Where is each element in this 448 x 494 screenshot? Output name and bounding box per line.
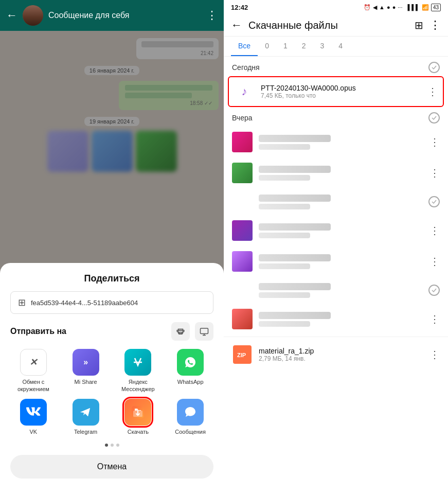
download-label: Скачать <box>128 429 149 435</box>
audio-icon: ♪ <box>234 81 255 102</box>
thumbnail-4 <box>232 251 253 272</box>
app-download[interactable]: Скачать <box>115 399 162 435</box>
svg-text:ZIP: ZIP <box>237 352 246 358</box>
file-blurred-2[interactable]: ⋮ <box>224 157 448 188</box>
status-icons: ⏰ ◀ ▲ ● ● ··· ▌▌▌ 📶 43 <box>364 4 441 11</box>
send-to-icons <box>171 322 213 341</box>
tab-2[interactable]: 2 <box>295 37 313 56</box>
select-today[interactable] <box>428 62 440 73</box>
app-telegram[interactable]: Telegram <box>63 399 109 435</box>
blurred-meta-5 <box>259 321 310 327</box>
right-header: ← Скачанные файлы ⊞ ⋮ <box>224 14 448 37</box>
tab-4[interactable]: 4 <box>331 37 350 56</box>
files-list: Сегодня ♪ PTT-20240130-WA0000.opus 7,45 … <box>224 57 448 494</box>
tab-3[interactable]: 3 <box>313 37 332 56</box>
blurred-meta-3 <box>259 233 310 238</box>
select-check-2[interactable] <box>428 285 440 296</box>
zip-icon: ZIP <box>233 345 252 364</box>
file-blurred-1[interactable]: ⋮ <box>224 127 448 157</box>
file-zip[interactable]: ZIP material_ra_1.zip 2,79 МБ, 14 янв. ⋮ <box>224 339 448 370</box>
share-title: Поделиться <box>10 273 213 284</box>
tab-0[interactable]: 0 <box>258 37 276 56</box>
file-more-3[interactable]: ⋮ <box>429 224 440 237</box>
dot-2 <box>111 444 114 447</box>
tab-all[interactable]: Все <box>231 37 258 56</box>
file-info-4 <box>259 254 423 269</box>
alarm-icon: ⏰ <box>364 4 371 11</box>
send-to-row: Отправить на <box>10 322 213 341</box>
thumbnail-2 <box>232 163 253 183</box>
status-bar: 12:42 ⏰ ◀ ▲ ● ● ··· ▌▌▌ 📶 43 <box>224 0 448 14</box>
file-info-3 <box>259 223 423 238</box>
blurred-name-c1 <box>259 195 331 202</box>
left-panel: ← Сообщение для себя ⋮ 21:42 16 января 2… <box>0 0 224 494</box>
file-more-2[interactable]: ⋮ <box>429 167 440 179</box>
file-name-ptt: PTT-20240130-WA0000.opus <box>261 84 421 92</box>
file-info-5 <box>259 312 423 327</box>
file-blurred-4[interactable]: ⋮ <box>224 246 448 277</box>
app-yandex[interactable]: ЯндексМессенджер <box>115 349 162 392</box>
divider <box>224 337 448 337</box>
file-meta-ptt: 7,45 КБ, только что <box>261 92 421 99</box>
app-mi-share[interactable]: » Mi Share <box>63 349 109 392</box>
file-more-5[interactable]: ⋮ <box>429 313 440 325</box>
more-options-button[interactable]: ⋮ <box>429 19 441 32</box>
svg-rect-2 <box>201 328 208 334</box>
grid-view-button[interactable]: ⊞ <box>415 19 423 31</box>
tab-1[interactable]: 1 <box>276 37 295 56</box>
back-button[interactable]: ← <box>231 19 242 32</box>
telegram-icon <box>73 399 99 426</box>
yandex-icon <box>124 349 151 376</box>
app-whatsapp[interactable]: WhatsApp <box>167 349 213 392</box>
print-button[interactable] <box>171 322 190 341</box>
app-vk[interactable]: VK <box>10 399 57 435</box>
blurred-check-row-1 <box>224 188 448 215</box>
file-more-4[interactable]: ⋮ <box>429 255 440 268</box>
wifi-icon: 📶 <box>422 4 429 11</box>
today-section-header: Сегодня <box>224 57 448 76</box>
tabs-row: Все 0 1 2 3 4 <box>224 37 448 57</box>
back-button[interactable]: ← <box>6 9 17 22</box>
cancel-button[interactable]: Отмена <box>10 455 213 479</box>
file-more-1[interactable]: ⋮ <box>429 136 440 148</box>
file-more-ptt[interactable]: ⋮ <box>427 85 438 98</box>
blurred-meta-c1 <box>259 204 310 209</box>
yesterday-label: Вчера <box>232 114 253 122</box>
file-info-2 <box>259 166 423 181</box>
exchange-label: Обмен сокружением <box>17 379 49 392</box>
dot-icon-2: ● <box>392 4 396 10</box>
vk-label: VK <box>30 429 38 435</box>
file-more-zip[interactable]: ⋮ <box>429 348 440 361</box>
blurred-name-4 <box>259 254 331 261</box>
send-to-label: Отправить на <box>10 327 66 336</box>
right-panel: 12:42 ⏰ ◀ ▲ ● ● ··· ▌▌▌ 📶 43 ← Скачанные… <box>224 0 448 494</box>
vk-icon <box>20 399 47 426</box>
mi-share-label: Mi Share <box>75 379 97 385</box>
file-ptt[interactable]: ♪ PTT-20240130-WA0000.opus 7,45 КБ, толь… <box>228 76 444 107</box>
battery-icon: 43 <box>431 4 441 11</box>
app-messages[interactable]: Сообщения <box>167 399 213 435</box>
more-options-button[interactable]: ⋮ <box>206 9 218 22</box>
file-info-check-2 <box>259 283 422 298</box>
file-blurred-3[interactable]: ⋮ <box>224 215 448 246</box>
mi-share-icon: » <box>73 349 99 376</box>
file-blurred-5[interactable]: ⋮ <box>224 304 448 334</box>
today-label: Сегодня <box>232 63 260 72</box>
file-info-1 <box>259 135 423 150</box>
zip-icon-wrap: ZIP <box>232 344 253 365</box>
app-exchange[interactable]: ✕ Обмен сокружением <box>10 349 57 392</box>
monitor-button[interactable] <box>195 322 213 341</box>
share-file-id: ⊞ fea5d539-44e4-4...5-51189aabe604 <box>10 291 213 314</box>
blurred-meta-c2 <box>259 292 310 298</box>
dot-3 <box>116 444 119 447</box>
app-grid: ✕ Обмен сокружением » Mi Share <box>10 349 213 435</box>
select-yesterday[interactable] <box>428 112 440 123</box>
whatsapp-icon <box>177 349 204 376</box>
file-name-zip: material_ra_1.zip <box>259 347 423 355</box>
blurred-name-1 <box>259 135 331 142</box>
dot-icon: ● <box>387 4 390 10</box>
download-icon <box>124 399 151 426</box>
thumbnail-1 <box>232 132 253 152</box>
messages-label: Сообщения <box>175 429 206 435</box>
select-check-1[interactable] <box>428 196 440 207</box>
